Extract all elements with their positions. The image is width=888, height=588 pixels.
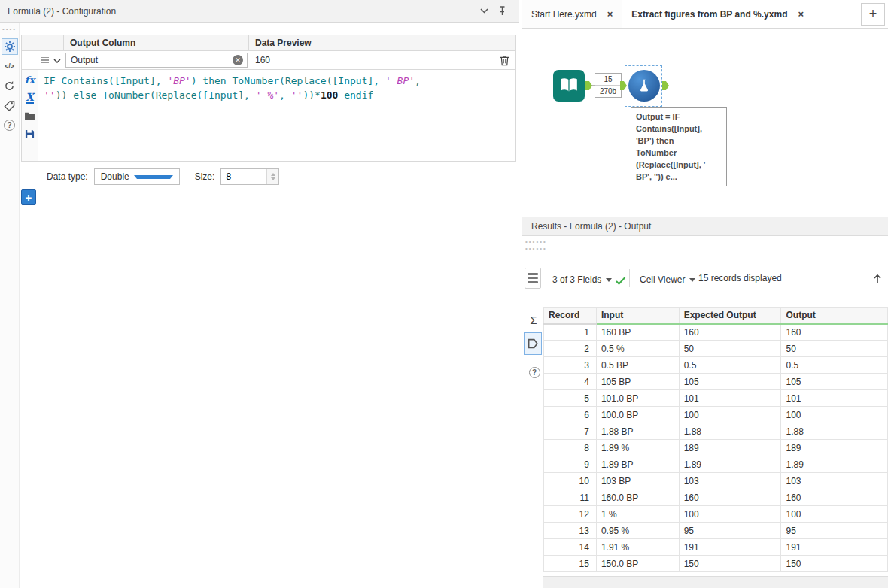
data-cell[interactable]: 95 xyxy=(679,523,781,539)
table-row[interactable]: 6100.0 BP100100 xyxy=(544,407,888,423)
data-cell[interactable]: 105 BP xyxy=(596,374,679,390)
data-cell[interactable]: 1 % xyxy=(596,506,679,523)
data-cell[interactable]: 101 xyxy=(781,390,888,407)
data-cell[interactable]: 191 xyxy=(781,539,888,556)
spinner-arrows[interactable] xyxy=(266,169,278,184)
record-number-cell[interactable]: 9 xyxy=(544,456,597,473)
data-cell[interactable]: 0.95 % xyxy=(596,523,679,539)
tab-extract-figures[interactable]: Extract figures from BP and %.yxmd × xyxy=(622,0,813,28)
data-cell[interactable]: 150 xyxy=(781,556,888,572)
record-number-cell[interactable]: 2 xyxy=(544,341,597,357)
size-input[interactable] xyxy=(221,171,266,182)
data-cell[interactable]: 95 xyxy=(781,523,888,539)
column-header-output[interactable]: Output xyxy=(781,308,888,324)
data-cell[interactable]: 191 xyxy=(679,539,781,556)
sigma-icon[interactable]: Σ xyxy=(525,310,543,329)
table-row[interactable]: 4105 BP105105 xyxy=(544,374,888,390)
refresh-icon[interactable] xyxy=(2,77,18,94)
data-cell[interactable]: 103 xyxy=(781,473,888,489)
data-cell[interactable]: 0.5 % xyxy=(596,341,679,357)
record-number-cell[interactable]: 12 xyxy=(544,506,597,523)
data-cell[interactable]: 105 xyxy=(781,374,888,390)
output-column-input[interactable] xyxy=(65,53,248,68)
spin-up-icon[interactable] xyxy=(271,173,275,176)
add-expression-button[interactable]: + xyxy=(21,189,36,205)
data-cell[interactable]: 160 xyxy=(679,324,781,341)
pin-icon[interactable] xyxy=(493,4,511,19)
table-row[interactable]: 15150.0 BP150150 xyxy=(544,556,888,572)
variable-icon[interactable]: X xyxy=(23,90,38,105)
layout-icon[interactable] xyxy=(525,268,541,289)
table-row[interactable]: 81.89 %189189 xyxy=(544,440,888,456)
data-cell[interactable]: 100 xyxy=(679,506,781,523)
data-cell[interactable]: 160.0 BP xyxy=(596,489,679,506)
tab-start-here[interactable]: Start Here.yxmd × xyxy=(522,0,622,28)
data-cell[interactable]: 105 xyxy=(679,374,781,390)
table-row[interactable]: 91.89 BP1.891.89 xyxy=(544,456,888,473)
clear-icon[interactable]: ✕ xyxy=(233,55,243,65)
output-anchor[interactable] xyxy=(662,81,669,90)
close-icon[interactable]: × xyxy=(607,8,613,20)
data-cell[interactable]: 100 xyxy=(781,506,888,523)
record-number-cell[interactable]: 6 xyxy=(544,407,597,423)
data-cell[interactable]: 100 xyxy=(679,407,781,423)
table-row[interactable]: 11160.0 BP160160 xyxy=(544,489,888,506)
formula-tool[interactable] xyxy=(628,70,660,102)
connection-label[interactable]: 15 270b xyxy=(595,73,622,98)
data-cell[interactable]: 1.88 xyxy=(679,423,781,440)
collapse-chevron-icon[interactable] xyxy=(475,4,493,19)
fields-dropdown[interactable]: 3 of 3 Fields xyxy=(548,271,616,289)
delete-expression-button[interactable] xyxy=(493,55,515,66)
data-cell[interactable]: 100.0 BP xyxy=(596,407,679,423)
code-icon[interactable]: </> xyxy=(2,58,18,74)
record-number-cell[interactable]: 11 xyxy=(544,489,597,506)
data-cell[interactable]: 150 xyxy=(679,556,781,572)
record-number-cell[interactable]: 5 xyxy=(544,390,597,407)
apply-check-icon[interactable] xyxy=(611,271,631,289)
size-stepper[interactable] xyxy=(220,168,279,185)
strip-drag-handle[interactable]: •••• xyxy=(2,26,17,32)
data-cell[interactable]: 101.0 BP xyxy=(596,390,679,407)
record-number-cell[interactable]: 7 xyxy=(544,423,597,440)
data-cell[interactable]: 100 xyxy=(781,407,888,423)
fx-icon[interactable]: fx xyxy=(23,72,38,87)
data-cell[interactable]: 1.89 BP xyxy=(596,456,679,473)
record-number-cell[interactable]: 15 xyxy=(544,556,597,572)
popout-icon[interactable] xyxy=(870,269,885,287)
data-cell[interactable]: 189 xyxy=(679,440,781,456)
data-cell[interactable]: 160 BP xyxy=(596,324,679,341)
folder-icon[interactable] xyxy=(23,108,38,123)
table-row[interactable]: 121 %100100 xyxy=(544,506,888,523)
row-grip-icon[interactable] xyxy=(41,57,49,64)
new-tab-button[interactable]: + xyxy=(861,3,885,26)
table-row[interactable]: 1160 BP160160 xyxy=(544,324,888,341)
data-cell[interactable]: 103 xyxy=(679,473,781,489)
column-header-record[interactable]: Record xyxy=(544,308,597,324)
data-cell[interactable]: 189 xyxy=(781,440,888,456)
record-number-cell[interactable]: 4 xyxy=(544,374,597,390)
data-cell[interactable]: 103 BP xyxy=(596,473,679,489)
data-cell[interactable]: 1.89 % xyxy=(596,440,679,456)
record-number-cell[interactable]: 8 xyxy=(544,440,597,456)
record-number-cell[interactable]: 1 xyxy=(544,324,597,341)
close-icon[interactable]: × xyxy=(798,8,804,20)
data-cell[interactable]: 1.89 xyxy=(679,456,781,473)
data-profile-icon[interactable] xyxy=(524,332,542,355)
data-cell[interactable]: 0.5 xyxy=(781,357,888,374)
spin-down-icon[interactable] xyxy=(271,177,275,180)
row-expand-chevron-icon[interactable] xyxy=(53,55,61,65)
cell-viewer-dropdown[interactable]: Cell Viewer xyxy=(635,271,700,289)
data-cell[interactable]: 0.5 BP xyxy=(596,357,679,374)
table-row[interactable]: 10103 BP103103 xyxy=(544,473,888,489)
data-cell[interactable]: 160 xyxy=(679,489,781,506)
help-icon[interactable]: ? xyxy=(525,362,543,382)
table-row[interactable]: 20.5 %5050 xyxy=(544,341,888,357)
save-icon[interactable] xyxy=(23,126,38,141)
table-row[interactable]: 130.95 %9595 xyxy=(544,523,888,539)
table-row[interactable]: 5101.0 BP101101 xyxy=(544,390,888,407)
data-cell[interactable]: 1.88 xyxy=(781,423,888,440)
data-cell[interactable]: 160 xyxy=(781,324,888,341)
output-anchor[interactable] xyxy=(585,81,592,90)
formula-expression-editor[interactable]: IF Contains([Input], 'BP') then ToNumber… xyxy=(38,70,515,161)
results-drag-handle[interactable]: •••••••••••• xyxy=(525,238,547,252)
